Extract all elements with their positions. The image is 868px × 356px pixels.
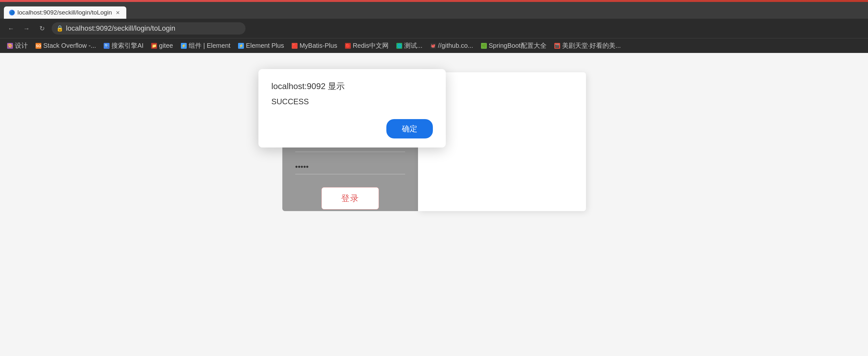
bookmark-test[interactable]: 🌐 测试...	[393, 40, 426, 51]
bookmark-element-favicon: ⚡	[181, 43, 187, 49]
active-tab[interactable]: 🔵 localhost:9092/seckill/login/toLogin ✕	[4, 6, 126, 19]
bookmark-stackoverflow[interactable]: SO Stack Overflow -...	[32, 41, 99, 51]
page-content: localhost:9092 显示 SUCCESS 确定 用 户 登 录 ～ ～…	[0, 53, 868, 356]
browser-chrome: 🔵 localhost:9092/seckill/login/toLogin ✕…	[0, 2, 868, 53]
bookmark-mybatis[interactable]: 🔴 MyBatis-Plus	[288, 41, 340, 51]
bookmark-elementplus-label: Element Plus	[246, 42, 284, 50]
bookmark-gitee[interactable]: 📁 gitee	[148, 41, 176, 51]
bookmark-search[interactable]: 🔍 搜索引擎AI	[100, 40, 147, 51]
bookmark-search-label: 搜索引擎AI	[112, 41, 144, 50]
bookmark-redis-label: Redis中文网	[353, 41, 389, 50]
alert-button-row: 确定	[271, 119, 433, 138]
bookmark-test-label: 测试...	[404, 41, 423, 50]
bookmark-stackoverflow-favicon: SO	[35, 43, 41, 49]
bookmarks-bar: 🎨 设计 SO Stack Overflow -... 🔍 搜索引擎AI 📁 g…	[0, 38, 868, 53]
reload-button[interactable]: ↻	[36, 23, 48, 34]
bookmark-redis[interactable]: 🔴 Redis中文网	[342, 40, 392, 51]
bookmark-design[interactable]: 🎨 设计	[4, 40, 31, 51]
forward-button[interactable]: →	[21, 23, 32, 34]
bookmark-elementplus[interactable]: ⚡ Element Plus	[235, 41, 287, 51]
tab-close-button[interactable]: ✕	[115, 9, 121, 16]
bookmark-github[interactable]: 🐙 //github.co...	[427, 41, 476, 51]
bookmark-elementplus-favicon: ⚡	[238, 43, 244, 49]
alert-dialog: localhost:9092 显示 SUCCESS 确定	[258, 69, 446, 148]
bookmark-springboot-label: SpringBoot配置大全	[489, 41, 547, 50]
bookmark-beauty[interactable]: 🎬 美剧天堂·好看的美...	[551, 40, 624, 51]
bookmark-beauty-label: 美剧天堂·好看的美...	[562, 41, 621, 50]
login-button[interactable]: 登录	[321, 187, 379, 209]
password-input[interactable]	[295, 160, 405, 174]
address-bar-row: ← → ↻ 🔒 localhost:9092/seckill/login/toL…	[0, 19, 868, 38]
bookmark-beauty-favicon: 🎬	[554, 43, 560, 49]
bookmark-design-label: 设计	[15, 41, 28, 50]
address-text: localhost:9092/seckill/login/toLogin	[66, 24, 176, 33]
bookmark-element[interactable]: ⚡ 组件 | Element	[178, 40, 234, 51]
bookmark-mybatis-label: MyBatis-Plus	[300, 42, 337, 50]
bookmark-mybatis-favicon: 🔴	[292, 43, 298, 49]
bookmark-github-favicon: 🐙	[430, 43, 436, 49]
address-bar[interactable]: 🔒 localhost:9092/seckill/login/toLogin	[52, 22, 246, 35]
bookmark-springboot-favicon: 🌿	[481, 43, 487, 49]
bookmark-stackoverflow-label: Stack Overflow -...	[43, 42, 96, 50]
bookmark-gitee-favicon: 📁	[151, 43, 157, 49]
bookmark-gitee-label: gitee	[159, 42, 173, 50]
alert-source: localhost:9092 显示	[271, 81, 433, 92]
bookmark-search-favicon: 🔍	[104, 43, 110, 49]
lock-icon: 🔒	[56, 25, 63, 32]
back-button[interactable]: ←	[5, 23, 17, 34]
bookmark-test-favicon: 🌐	[396, 43, 402, 49]
bookmark-design-favicon: 🎨	[7, 43, 13, 49]
bookmark-element-label: 组件 | Element	[189, 41, 231, 50]
bookmark-redis-favicon: 🔴	[345, 43, 351, 49]
alert-confirm-button[interactable]: 确定	[386, 119, 433, 138]
alert-message: SUCCESS	[271, 97, 433, 106]
tab-title: localhost:9092/seckill/login/toLogin	[18, 9, 112, 16]
tab-favicon: 🔵	[9, 10, 15, 15]
tab-bar: 🔵 localhost:9092/seckill/login/toLogin ✕	[0, 2, 868, 19]
bookmark-springboot[interactable]: 🌿 SpringBoot配置大全	[478, 40, 550, 51]
bookmark-github-label: //github.co...	[438, 42, 473, 50]
